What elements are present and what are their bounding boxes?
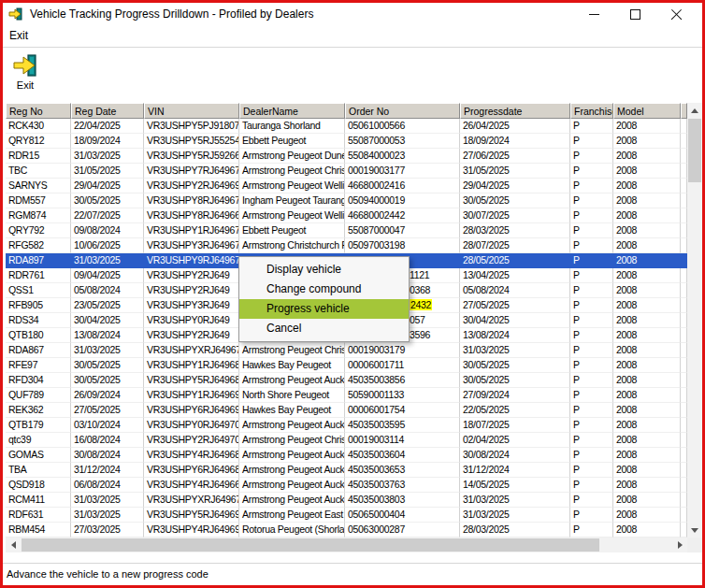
cell-dealer: Ebbett Peugeot [239, 134, 345, 149]
cell-reg_no: RDA897 [6, 253, 71, 268]
maximize-button[interactable] [614, 3, 655, 25]
cell-filler [681, 194, 687, 208]
cell-filler [681, 179, 687, 194]
table-row[interactable]: RDA86731/03/2025VR3USHPYXRJ649678Armstro… [6, 343, 687, 358]
table-row[interactable]: QTB17903/10/2024VR3USHPY0RJ649700Armstro… [6, 418, 687, 433]
cell-progress_date: 28/03/2025 [460, 223, 570, 238]
table-row[interactable]: RDF63131/03/2025VR3USHPY5RJ649692Armstro… [6, 508, 687, 523]
cell-dealer: Armstrong Peugeot Auck [239, 448, 345, 463]
minimize-button[interactable] [573, 3, 614, 25]
horizontal-scrollbar[interactable] [6, 538, 687, 552]
table-row[interactable]: SARNYS29/04/2025VR3USHPY2RJ649696Armstro… [6, 179, 687, 194]
header-model[interactable]: Model [613, 103, 681, 119]
exit-door-arrow-icon [12, 52, 38, 79]
cell-filler [681, 149, 687, 164]
cell-dealer: Armstrong Peugeot Auck [239, 418, 345, 433]
cell-filler [681, 463, 687, 478]
cell-order_no: 46680002416 [345, 179, 460, 194]
cell-vin: VR3USHPY2RJ649 [144, 328, 239, 343]
table-row[interactable]: RCK43022/04/2025VR3USHPY5PJ918073Taurang… [6, 119, 687, 134]
cell-vin: VR3USHPY0RJ649700 [144, 418, 239, 433]
cell-progress_date: 05/08/2024 [460, 283, 570, 298]
cell-order_no: 45035003653 [345, 463, 460, 478]
header-reg_date[interactable]: Reg Date [71, 103, 144, 119]
cell-vin: VR3USHPY2RJ649701 [144, 433, 239, 448]
cell-reg_date: 30/05/2025 [71, 373, 144, 388]
toolbar-exit-button[interactable]: Exit [6, 52, 45, 91]
cell-progress_date: 02/04/2025 [460, 433, 570, 448]
cell-progress_date: 27/05/2025 [460, 298, 570, 313]
table-row[interactable]: GOMAS30/08/2024VR3USHPY4RJ649683Armstron… [6, 448, 687, 463]
table-row[interactable]: TBA31/12/2024VR3USHPY6RJ649684Armstrong … [6, 463, 687, 478]
cell-order_no: 46680002442 [345, 208, 460, 223]
vertical-scroll-thumb[interactable] [688, 119, 701, 182]
scroll-right-arrow-icon[interactable] [672, 538, 687, 552]
header-order_no[interactable]: Order No [345, 103, 460, 119]
table-row[interactable]: RBM45427/03/2025VR3USHPY4RJ649697Rotorua… [6, 523, 687, 538]
scrollbar-corner [687, 538, 702, 552]
table-row[interactable]: RFE9730/05/2025VR3USHPY1RJ649687Hawkes B… [6, 358, 687, 373]
header-reg_no[interactable]: Reg No [6, 103, 71, 119]
cell-progress_date: 29/04/2025 [460, 179, 570, 194]
header-dealer[interactable]: DealerName [239, 103, 345, 119]
cell-reg_date: 18/09/2024 [71, 134, 144, 149]
cell-vin: VR3USHPY2RJ649696 [144, 179, 239, 194]
table-row[interactable]: QSD91806/08/2024VR3USHPY4RJ649666Armstro… [6, 478, 687, 493]
cell-franchise: P [570, 328, 613, 343]
horizontal-scroll-thumb[interactable] [22, 538, 599, 552]
cell-progress_date: 30/05/2025 [460, 194, 570, 208]
table-row[interactable]: QRY79209/08/2024VR3USHPY1RJ649673Ebbett … [6, 223, 687, 238]
cell-filler [681, 478, 687, 493]
app-icon [8, 7, 23, 22]
context-menu-item-display-vehicle[interactable]: Display vehicle [239, 260, 409, 280]
cell-order_no: 45035003595 [345, 418, 460, 433]
context-menu-item-change-compound[interactable]: Change compound [239, 280, 409, 299]
cell-reg_no: RDM557 [6, 194, 71, 208]
scroll-down-arrow-icon[interactable] [687, 523, 702, 538]
cell-franchise: P [570, 463, 613, 478]
cell-progress_date: 28/03/2025 [460, 523, 570, 538]
cell-progress_date: 31/12/2024 [460, 463, 570, 478]
scroll-left-arrow-icon[interactable] [6, 538, 21, 552]
header-vin[interactable]: VIN [144, 103, 239, 119]
table-row[interactable]: REK36227/05/2025VR3USHPY6RJ649698Hawkes … [6, 403, 687, 418]
cell-reg_no: REK362 [6, 403, 71, 418]
cell-order_no: 55087000047 [345, 223, 460, 238]
table-row[interactable]: QUF78926/09/2024VR3USHPY1RJ649690North S… [6, 388, 687, 403]
table-row[interactable]: RCM41131/03/2025VR3USHPYXRJ649672Armstro… [6, 493, 687, 508]
context-menu-item-cancel[interactable]: Cancel [239, 319, 409, 338]
cell-vin: VR3USHPY3RJ649 [144, 298, 239, 313]
table-row[interactable]: RGM87422/07/2025VR3USHPY8RJ649668Armstro… [6, 208, 687, 223]
cell-reg_date: 05/08/2024 [71, 283, 144, 298]
status-bar: Advance the vehicle to a new progress co… [3, 563, 702, 585]
menu-item-exit[interactable]: Exit [3, 25, 35, 42]
cell-filler [681, 448, 687, 463]
cell-franchise: P [570, 388, 613, 403]
table-row[interactable]: RFD30430/05/2025VR3USHPY5RJ649689Armstro… [6, 373, 687, 388]
table-row[interactable]: RDM55730/05/2025VR3USHPY8RJ649671Ingham … [6, 194, 687, 208]
cell-order_no: 45035003763 [345, 478, 460, 493]
cell-franchise: P [570, 164, 613, 179]
context-menu-item-progress-vehicle[interactable]: Progress vehicle [239, 299, 409, 319]
cell-reg_no: RFE97 [6, 358, 71, 373]
cell-reg_date: 06/08/2024 [71, 478, 144, 493]
cell-progress_date: 13/08/2024 [460, 328, 570, 343]
cell-vin: VR3USHPY7RJ649673 [144, 164, 239, 179]
cell-filler [681, 119, 687, 134]
cell-model: 2008 [613, 358, 681, 373]
cell-franchise: P [570, 283, 613, 298]
scroll-up-arrow-icon[interactable] [687, 103, 702, 118]
table-row[interactable]: qtc3916/08/2024VR3USHPY2RJ649701Armstron… [6, 433, 687, 448]
cell-franchise: P [570, 223, 613, 238]
table-row[interactable]: TBC31/05/2025VR3USHPY7RJ649673Armstrong … [6, 164, 687, 179]
close-button[interactable] [655, 3, 697, 25]
header-progress_date[interactable]: Progressdate [460, 103, 570, 119]
cell-model: 2008 [613, 253, 681, 268]
cell-reg_date: 16/08/2024 [71, 433, 144, 448]
vertical-scrollbar[interactable] [687, 103, 702, 538]
table-row[interactable]: RDR1531/03/2025VR3USHPY5RJ592665Armstron… [6, 149, 687, 164]
table-row[interactable]: RFG58210/06/2025VR3USHPY3RJ649674Armstro… [6, 238, 687, 253]
table-row[interactable]: QRY81218/09/2024VR3USHPY5RJ552549Ebbett … [6, 134, 687, 149]
header-franchise[interactable]: Franchise [570, 103, 613, 119]
close-icon [670, 8, 683, 21]
